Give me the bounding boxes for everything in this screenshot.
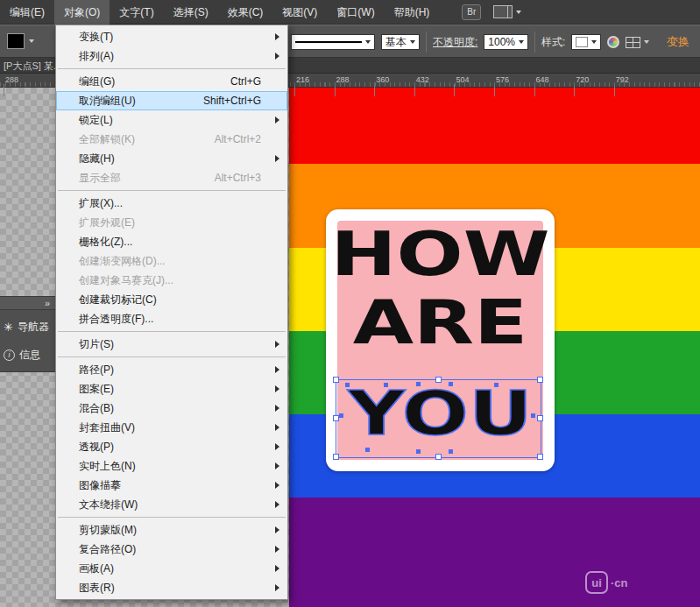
ruler-tick-label: 720 <box>576 75 589 84</box>
menu-item-29[interactable]: 剪切蒙版(M) <box>56 520 287 540</box>
menu-item-27[interactable]: 文本绕排(W) <box>56 495 287 514</box>
selection-bounding-box[interactable] <box>336 379 541 458</box>
dock-panel-label: 导航器 <box>18 320 49 335</box>
submenu-arrow-icon <box>275 565 279 572</box>
chevron-down-icon <box>591 40 597 44</box>
menu-item-32[interactable]: 图表(R) <box>56 578 287 597</box>
ruler-label: 288 <box>5 75 18 84</box>
menu-item-label: 透视(P) <box>79 440 114 455</box>
menubar-item-1[interactable]: 对象(O) <box>54 0 110 25</box>
menubar-item-0[interactable]: 编辑(E) <box>0 0 54 25</box>
menu-item-23[interactable]: 封套扭曲(V) <box>56 418 287 437</box>
selection-handle[interactable] <box>333 377 339 383</box>
menu-item-25[interactable]: 实时上色(N) <box>56 456 287 476</box>
menu-separator <box>58 190 286 191</box>
selection-handle[interactable] <box>333 454 339 460</box>
dock-panel-navigator[interactable]: ✳导航器 <box>0 315 55 338</box>
menu-item-1[interactable]: 排列(A) <box>56 46 287 66</box>
menu-item-12[interactable]: 栅格化(Z)... <box>56 232 287 251</box>
anchor-point[interactable] <box>494 383 498 387</box>
stroke-weight-dropdown[interactable] <box>291 34 375 50</box>
menu-item-label: 文本绕排(W) <box>79 498 138 512</box>
dock-panel-info[interactable]: i信息 <box>0 343 55 366</box>
menu-item-0[interactable]: 变换(T) <box>56 27 287 46</box>
fill-color-control[interactable] <box>7 33 34 49</box>
anchor-point[interactable] <box>384 383 388 387</box>
transform-panel-link[interactable]: 变换 <box>667 25 689 59</box>
submenu-arrow-icon <box>275 385 279 392</box>
chevron-down-icon <box>365 40 371 44</box>
recolor-artwork-icon[interactable] <box>607 36 619 48</box>
opacity-link[interactable]: 不透明度: <box>433 35 477 50</box>
menubar-item-7[interactable]: 帮助(H) <box>385 0 440 25</box>
submenu-arrow-icon <box>275 116 279 124</box>
selection-handle[interactable] <box>435 377 442 383</box>
menu-item-4[interactable]: 取消编组(U)Shift+Ctrl+G <box>56 91 287 110</box>
menu-item-16[interactable]: 拼合透明度(F)... <box>56 309 287 328</box>
selection-handle[interactable] <box>435 454 442 460</box>
menubar-item-5[interactable]: 视图(V) <box>272 0 327 25</box>
menu-separator <box>58 331 286 332</box>
ruler-tick-label: 432 <box>416 75 429 84</box>
menubar-item-2[interactable]: 文字(T) <box>110 0 163 25</box>
menu-item-label: 画板(A) <box>79 561 114 576</box>
menu-item-label: 创建渐变网格(D)... <box>79 254 166 269</box>
menu-item-18[interactable]: 切片(S) <box>56 335 287 354</box>
menu-item-11: 扩展外观(E) <box>56 213 287 232</box>
menu-item-shortcut: Ctrl+G <box>230 75 261 88</box>
illustrator-window: HOW ARE YOU ui ·cn » ✳导航器i信息 编辑(E)对象(O)文… <box>0 0 700 607</box>
menu-separator <box>58 356 286 357</box>
menu-item-21[interactable]: 图案(E) <box>56 379 287 399</box>
chevron-down-icon <box>644 40 649 44</box>
graphic-style-dropdown[interactable] <box>571 34 601 50</box>
left-panel-dock: » ✳导航器i信息 <box>0 296 56 372</box>
bridge-icon[interactable]: Br <box>462 4 481 20</box>
menu-item-5[interactable]: 锁定(L) <box>56 110 287 130</box>
anchor-point[interactable] <box>416 449 421 454</box>
submenu-arrow-icon <box>275 526 279 533</box>
fill-color-swatch[interactable] <box>7 33 25 49</box>
artwork-text-how[interactable]: HOW <box>308 221 572 287</box>
menubar-item-3[interactable]: 选择(S) <box>164 0 218 25</box>
align-options[interactable] <box>626 37 649 48</box>
anchor-point[interactable] <box>449 382 453 386</box>
document-tab[interactable]: [P大点S] 某... <box>4 60 61 73</box>
anchor-point[interactable] <box>531 413 535 418</box>
anchor-point[interactable] <box>365 448 370 452</box>
menu-item-label: 复合路径(O) <box>79 542 136 557</box>
menu-item-30[interactable]: 复合路径(O) <box>56 540 287 559</box>
ruler-tick-label: 288 <box>336 75 350 84</box>
menu-item-20[interactable]: 路径(P) <box>56 360 287 379</box>
ruler-tick-label: 648 <box>536 75 549 84</box>
anchor-point[interactable] <box>339 413 343 418</box>
submenu-arrow-icon <box>275 584 279 591</box>
anchor-point[interactable] <box>449 449 453 454</box>
chevron-down-icon <box>519 40 524 44</box>
artwork-text-are[interactable]: ARE <box>308 289 572 356</box>
opacity-dropdown[interactable]: 100% <box>484 34 528 50</box>
menu-item-24[interactable]: 透视(P) <box>56 437 287 456</box>
menu-item-26[interactable]: 图像描摹 <box>56 476 287 495</box>
ui-cn-watermark: ui ·cn <box>585 571 628 594</box>
opacity-value: 100% <box>488 36 515 48</box>
selection-handle[interactable] <box>537 377 543 383</box>
selection-handle[interactable] <box>537 415 543 421</box>
workspace-switcher[interactable] <box>493 5 521 18</box>
menu-item-15[interactable]: 创建裁切标记(C) <box>56 290 287 309</box>
selection-handle[interactable] <box>537 454 543 460</box>
anchor-point[interactable] <box>345 383 350 387</box>
brush-definition-dropdown[interactable]: 基本 <box>381 34 420 50</box>
menu-item-label: 拼合透明度(F)... <box>79 312 153 327</box>
menu-item-7[interactable]: 隐藏(H) <box>56 149 287 168</box>
menu-item-10[interactable]: 扩展(X)... <box>56 194 287 213</box>
object-menu-popup: 变换(T)排列(A)编组(G)Ctrl+G取消编组(U)Shift+Ctrl+G… <box>55 25 288 600</box>
dock-expand-button[interactable]: » <box>0 297 55 310</box>
menubar-item-6[interactable]: 窗口(W) <box>327 0 384 25</box>
menu-item-3[interactable]: 编组(G)Ctrl+G <box>56 72 287 91</box>
artboard-canvas[interactable]: HOW ARE YOU ui ·cn <box>289 88 700 607</box>
menu-item-31[interactable]: 画板(A) <box>56 559 287 578</box>
submenu-arrow-icon <box>275 366 279 373</box>
menu-item-22[interactable]: 混合(B) <box>56 399 287 418</box>
anchor-point[interactable] <box>416 382 421 386</box>
menubar-item-4[interactable]: 效果(C) <box>218 0 273 25</box>
